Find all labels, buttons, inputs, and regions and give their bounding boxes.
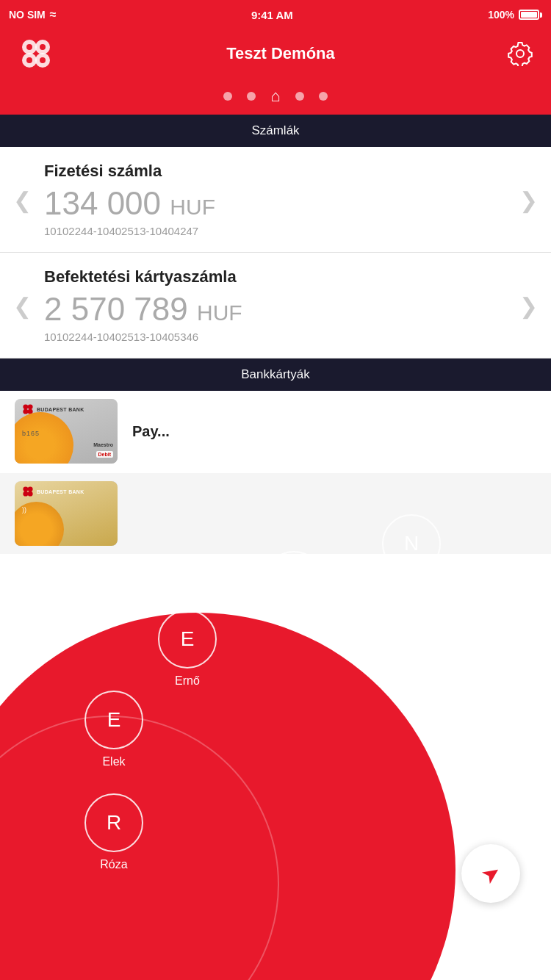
account-1-amount: 134 000 HUF xyxy=(44,185,507,222)
status-bar: NO SIM ≈ 9:41 AM 100% xyxy=(0,0,551,29)
contact-label-neni: Néni xyxy=(400,579,424,592)
nav-dot-3[interactable] xyxy=(295,92,304,101)
contact-circle-neni[interactable]: N xyxy=(382,514,441,573)
status-time: 9:41 AM xyxy=(251,9,293,21)
account-2-name: Befektetési kártyaszámla xyxy=(44,267,507,287)
accounts-section-title: Számlák xyxy=(251,123,299,138)
svg-point-9 xyxy=(28,404,33,409)
contact-label-erno: Ernő xyxy=(175,674,200,688)
contact-roza[interactable]: R Róza xyxy=(84,793,143,871)
contact-label-jakab: Jakab xyxy=(278,616,310,629)
account-2-arrow-left[interactable]: ❮ xyxy=(13,292,32,318)
contact-circle-elek[interactable]: E xyxy=(84,691,143,749)
svg-point-7 xyxy=(40,57,46,63)
card-maestro-1: Maestro xyxy=(93,442,113,447)
card-orange-circle-1 xyxy=(15,412,73,464)
nav-dots[interactable]: ⌂ xyxy=(0,78,551,115)
card-debit-1: Debit xyxy=(96,451,114,458)
mission-circle[interactable]: ➤ xyxy=(461,844,520,903)
contact-label-roza: Róza xyxy=(100,858,127,871)
settings-button[interactable] xyxy=(507,40,533,67)
contact-jakab[interactable]: J Jakab xyxy=(264,551,323,629)
bank-card-item-1[interactable]: BUDAPEST BANK Maestro Debit b165 Pay... xyxy=(0,391,551,472)
battery-percent: 100% xyxy=(488,9,514,21)
account-2-number: 10102244-10402513-10405346 xyxy=(44,331,507,343)
contact-erno[interactable]: E Ernő xyxy=(158,610,217,688)
nav-dot-4[interactable] xyxy=(319,92,328,101)
header-title: Teszt Demóna xyxy=(226,44,335,63)
new-mission-button[interactable]: ➤ Új megbízás xyxy=(461,844,522,921)
account-card-1[interactable]: ❮ Fizetési számla 134 000 HUF 10102244-1… xyxy=(0,147,551,253)
logo-svg xyxy=(19,37,53,71)
account-1-arrow-right[interactable]: ❯ xyxy=(519,187,538,212)
contact-circle-jakab[interactable]: J xyxy=(264,551,323,610)
account-1-name: Fizetési számla xyxy=(44,162,507,181)
nav-home-icon[interactable]: ⌂ xyxy=(270,88,280,104)
contact-elek[interactable]: E Elek xyxy=(84,691,143,768)
app-logo[interactable] xyxy=(18,35,54,72)
contact-circle-roza[interactable]: R xyxy=(84,793,143,852)
account-1-arrow-left[interactable]: ❮ xyxy=(13,187,32,212)
wifi-icon: ≈ xyxy=(50,8,57,21)
bankcards-section-title: Bankkártyák xyxy=(241,367,310,382)
accounts-section-header: Számlák xyxy=(0,115,551,147)
contact-neni[interactable]: N Néni xyxy=(382,514,441,592)
header: Teszt Demóna xyxy=(0,29,551,78)
battery-icon xyxy=(519,10,542,20)
no-sim-text: NO SIM xyxy=(9,9,46,21)
bankcards-section-header: Bankkártyák xyxy=(0,359,551,391)
contact-circle-erno[interactable]: E xyxy=(158,610,217,669)
svg-point-10 xyxy=(23,409,28,414)
svg-point-5 xyxy=(40,44,46,50)
card-pay-text-1: Pay... xyxy=(132,423,536,440)
card-number-partial-1: b165 xyxy=(22,430,40,437)
account-card-2[interactable]: ❮ Befektetési kártyaszámla 2 570 789 HUF… xyxy=(0,253,551,359)
svg-point-8 xyxy=(23,404,28,409)
overlay-container: J Jakab N Néni E Ernő E Elek R Róza ➤ Új… xyxy=(0,485,551,980)
svg-point-4 xyxy=(26,44,32,50)
mission-label: Új megbízás xyxy=(461,909,522,921)
card-info-1: Pay... xyxy=(132,423,536,440)
status-left: NO SIM ≈ xyxy=(9,8,57,21)
overlay-red-circle xyxy=(0,613,455,980)
bank-card-image-1: BUDAPEST BANK Maestro Debit b165 xyxy=(15,399,118,464)
nav-dot-1[interactable] xyxy=(223,92,232,101)
account-2-arrow-right[interactable]: ❯ xyxy=(519,292,538,318)
account-1-number: 10102244-10402513-10404247 xyxy=(44,225,507,237)
nav-dot-2[interactable] xyxy=(247,92,256,101)
status-right: 100% xyxy=(488,9,542,21)
svg-point-6 xyxy=(26,57,32,63)
account-2-amount: 2 570 789 HUF xyxy=(44,291,507,328)
contact-label-elek: Elek xyxy=(102,755,125,768)
mission-send-icon: ➤ xyxy=(476,857,506,889)
